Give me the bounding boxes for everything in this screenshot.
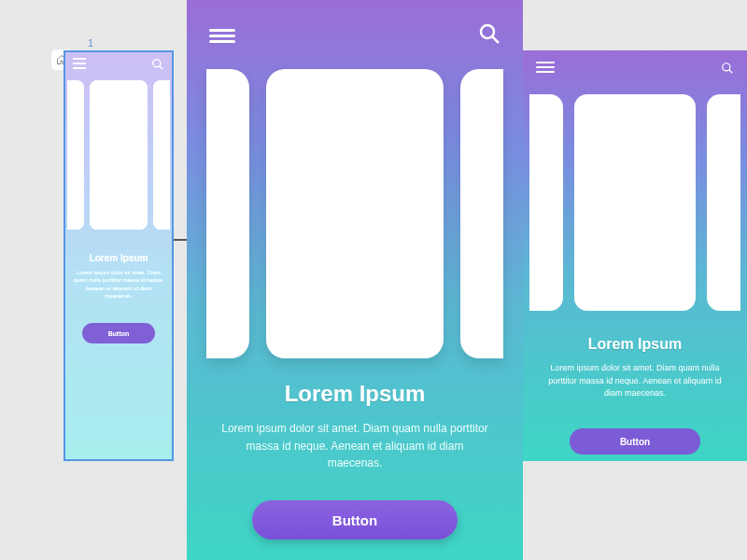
svg-line-1 [160,66,163,70]
carousel-card [460,69,503,358]
svg-line-3 [492,36,499,43]
screen-heading: Lorem Ipsum [540,336,730,353]
card-carousel[interactable] [523,94,747,311]
primary-button[interactable]: Button [570,428,700,455]
screen-heading: Lorem Ipsum [218,381,491,407]
screen-body: Lorem ipsum dolor sit amet. Diam quam nu… [73,269,164,301]
menu-icon[interactable] [73,58,86,75]
device-bezel: Lorem Ipsum Lorem ipsum dolor sit amet. … [187,0,523,560]
carousel-card [206,69,249,358]
svg-point-4 [723,63,730,71]
svg-line-5 [729,70,733,74]
artboard-screen-3[interactable]: Lorem Ipsum Lorem ipsum dolor sit amet. … [523,50,747,461]
search-icon[interactable] [721,62,734,78]
search-icon[interactable] [151,58,164,75]
primary-button[interactable]: Button [252,500,458,539]
artboard-screen-2[interactable]: Lorem Ipsum Lorem ipsum dolor sit amet. … [187,0,523,560]
carousel-card [266,69,444,358]
screen-body: Lorem ipsum dolor sit amet. Diam quam nu… [540,362,730,400]
carousel-card [153,80,170,230]
menu-icon[interactable] [209,29,235,43]
screen-heading: Lorem Ipsum [73,253,164,263]
carousel-card [67,80,84,230]
screen-body: Lorem ipsum dolor sit amet. Diam quam nu… [218,420,491,472]
carousel-card [529,94,563,311]
primary-button[interactable]: Button [82,323,155,343]
artboard-screen-1[interactable]: Lorem Ipsum Lorem ipsum dolor sit amet. … [63,50,174,461]
card-carousel[interactable] [65,80,172,230]
carousel-card [90,80,148,230]
search-icon[interactable] [478,22,500,49]
svg-point-2 [481,25,494,38]
svg-point-0 [153,60,161,67]
carousel-card [707,94,740,311]
artboard-page-label: 1 [88,37,93,49]
card-carousel[interactable] [187,69,523,358]
menu-icon[interactable] [536,62,555,78]
carousel-card [574,94,696,311]
